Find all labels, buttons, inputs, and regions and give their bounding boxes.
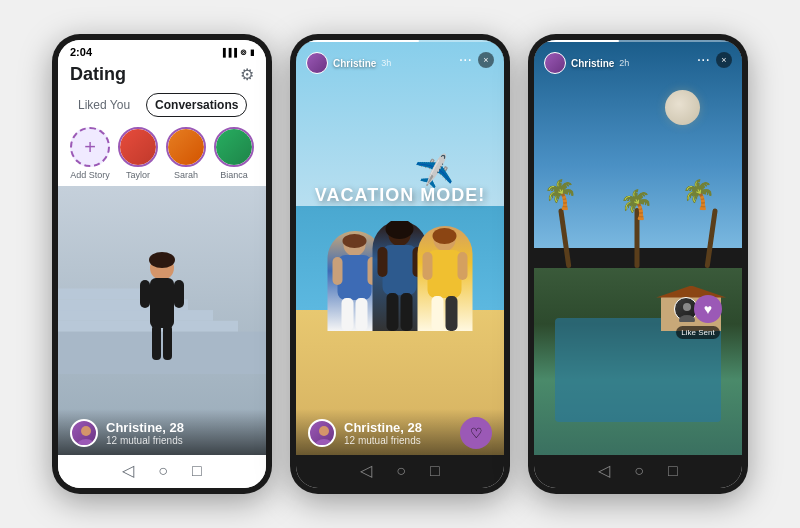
back-nav-icon[interactable]: ◁	[122, 461, 134, 480]
bianca-avatar[interactable]	[214, 127, 254, 167]
card-mutual: 12 mutual friends	[106, 435, 184, 446]
battery-icon: ▮	[250, 48, 254, 57]
sarah-avatar[interactable]	[166, 127, 206, 167]
story-card-info-2: Christine, 28 12 mutual friends ♡	[296, 409, 504, 455]
story-add[interactable]: + Add Story	[70, 127, 110, 180]
story-username-3: Christine	[571, 58, 614, 69]
story-more-icon[interactable]: ···	[459, 51, 472, 69]
svg-rect-10	[140, 280, 150, 308]
wifi-icon: ⊚	[240, 48, 247, 57]
heart-icon: ♡	[470, 425, 483, 441]
story-screen-beach: VACATION MODE! ✈️ Christine 3h ··· ×	[296, 40, 504, 455]
taylor-avatar[interactable]	[118, 127, 158, 167]
gear-icon[interactable]: ⚙	[240, 65, 254, 84]
like-sent-avatars: ♥	[674, 295, 722, 323]
status-bar-1: 2:04 ▐▐▐ ⊚ ▮	[58, 40, 266, 60]
svg-point-35	[319, 426, 329, 436]
home-nav-icon[interactable]: ○	[158, 462, 168, 480]
svg-rect-19	[342, 298, 354, 331]
story-time-3: 2h	[619, 58, 629, 68]
palm-left: 🌴	[539, 178, 599, 268]
like-sent-bubble: ♥ Like Sent	[674, 295, 722, 339]
story-taylor[interactable]: Taylor	[118, 127, 158, 180]
phone-2: VACATION MODE! ✈️ Christine 3h ··· ×	[290, 34, 510, 494]
tab-liked-you[interactable]: Liked You	[70, 94, 138, 116]
svg-rect-20	[356, 298, 368, 331]
story-bianca[interactable]: Bianca	[214, 127, 254, 180]
tab-conversations[interactable]: Conversations	[146, 93, 247, 117]
story-avatar-2	[306, 52, 328, 74]
bianca-label: Bianca	[220, 170, 248, 180]
story-user-info-3: Christine 2h	[544, 52, 629, 74]
close-icon: ×	[483, 55, 488, 65]
story-screen-resort: 🌴 🌴 🌴	[534, 40, 742, 455]
profile-card[interactable]: Christine, 28 12 mutual friends	[58, 186, 266, 455]
recent-nav-icon-2[interactable]: □	[430, 462, 440, 480]
like-heart-icon: ♥	[694, 295, 722, 323]
card-info-overlay: Christine, 28 12 mutual friends	[58, 409, 266, 455]
svg-rect-16	[338, 255, 372, 300]
status-icons-1: ▐▐▐ ⊚ ▮	[220, 48, 254, 57]
svg-point-12	[81, 426, 91, 436]
svg-rect-30	[428, 250, 462, 298]
svg-rect-33	[432, 296, 444, 331]
taylor-label: Taylor	[126, 170, 150, 180]
svg-rect-26	[387, 293, 399, 331]
svg-point-36	[315, 439, 333, 447]
story-card-name: Christine, 28	[344, 420, 452, 436]
close-icon-3: ×	[721, 55, 726, 65]
palm-trees: 🌴 🌴 🌴	[534, 102, 742, 268]
phone-1: 2:04 ▐▐▐ ⊚ ▮ Dating ⚙ Liked You Conversa…	[52, 34, 272, 494]
home-nav-icon-3[interactable]: ○	[634, 462, 644, 480]
svg-rect-9	[163, 325, 172, 360]
svg-point-13	[77, 439, 95, 447]
like-button-2[interactable]: ♡	[460, 417, 492, 449]
back-nav-icon-3[interactable]: ◁	[598, 461, 610, 480]
story-card-avatar	[308, 419, 336, 447]
story-header-2: Christine 3h ··· ×	[296, 40, 504, 78]
svg-point-38	[679, 315, 695, 322]
dating-title: Dating	[70, 64, 126, 85]
svg-rect-23	[383, 245, 417, 295]
dating-header: Dating ⚙	[58, 60, 266, 89]
story-card-mutual: 12 mutual friends	[344, 435, 452, 446]
recent-nav-icon[interactable]: □	[192, 462, 202, 480]
svg-rect-24	[378, 247, 388, 277]
recent-nav-icon-3[interactable]: □	[668, 462, 678, 480]
story-controls-3: ··· ×	[697, 51, 732, 69]
sarah-label: Sarah	[174, 170, 198, 180]
back-nav-icon-2[interactable]: ◁	[360, 461, 372, 480]
svg-rect-34	[446, 296, 458, 331]
add-story-label: Add Story	[70, 170, 110, 180]
story-close-button[interactable]: ×	[478, 52, 494, 68]
svg-rect-27	[401, 293, 413, 331]
svg-point-37	[683, 303, 691, 311]
svg-rect-11	[174, 280, 184, 308]
card-name: Christine, 28	[106, 420, 184, 436]
svg-point-15	[343, 234, 367, 248]
svg-rect-17	[333, 257, 343, 285]
svg-point-6	[149, 252, 175, 268]
person-figure	[132, 250, 192, 380]
story-sarah[interactable]: Sarah	[166, 127, 206, 180]
add-story-button[interactable]: +	[70, 127, 110, 167]
story-controls-2: ··· ×	[459, 51, 494, 69]
card-mini-avatar	[70, 419, 98, 447]
stories-row: + Add Story Taylor Sarah Bianca	[58, 121, 266, 186]
time-display-1: 2:04	[70, 46, 92, 58]
person-3	[418, 226, 473, 331]
vacation-mode-text: VACATION MODE!	[315, 185, 485, 206]
svg-point-29	[433, 228, 457, 244]
people-group	[328, 221, 473, 331]
home-nav-icon-2[interactable]: ○	[396, 462, 406, 480]
story-card-text: Christine, 28 12 mutual friends	[344, 420, 452, 447]
tab-row: Liked You Conversations	[58, 89, 266, 121]
like-sent-text: Like Sent	[676, 326, 719, 339]
signal-icon: ▐▐▐	[220, 48, 237, 57]
svg-rect-31	[423, 252, 433, 280]
story-more-icon-3[interactable]: ···	[697, 51, 710, 69]
story-close-button-3[interactable]: ×	[716, 52, 732, 68]
svg-rect-7	[150, 278, 174, 328]
phone-3: 🌴 🌴 🌴	[528, 34, 748, 494]
svg-rect-32	[458, 252, 468, 280]
